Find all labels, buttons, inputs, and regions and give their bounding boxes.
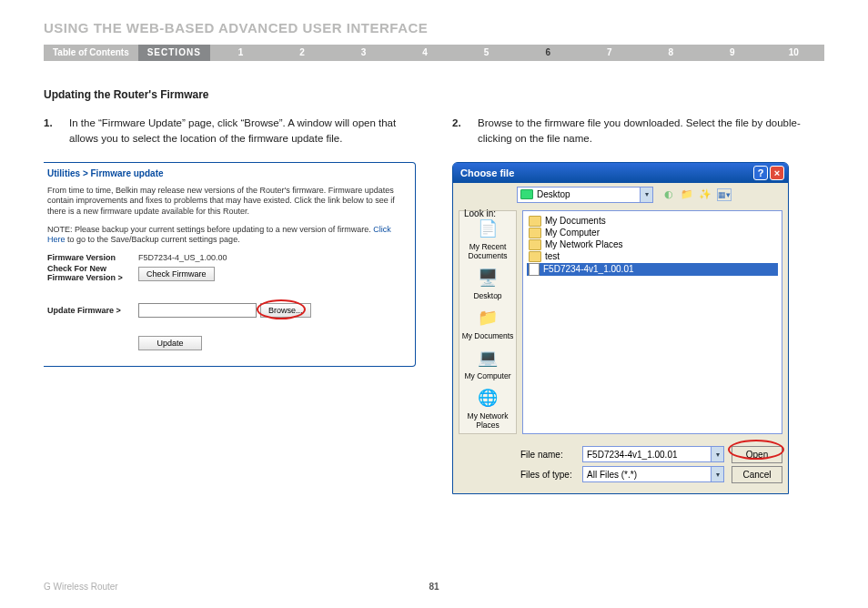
chevron-down-icon: ▾ (640, 187, 652, 202)
close-icon[interactable]: × (770, 166, 784, 180)
note-suffix: to go to the Save/Backup current setting… (66, 235, 240, 244)
section-link-6[interactable]: 6 (517, 45, 579, 61)
step-2: 2. Browse to the firmware file you downl… (452, 116, 824, 147)
open-button[interactable]: Open (732, 446, 782, 463)
subheading: Updating the Router's Firmware (44, 88, 416, 101)
chevron-down-icon: ▾ (711, 447, 723, 461)
fw-version-label: Firmware Version (47, 253, 138, 262)
footer-brand: G Wireless Router (44, 582, 118, 592)
place-network-label: My Network Places (460, 411, 515, 430)
dialog-titlebar[interactable]: Choose file ? × (453, 163, 788, 183)
section-nav: Table of Contents SECTIONS 1 2 3 4 5 6 7… (44, 45, 824, 61)
help-icon[interactable]: ? (753, 166, 768, 180)
documents-icon: 📁 (474, 306, 501, 329)
panel-description: From time to time, Belkin may release ne… (47, 186, 406, 218)
filetype-label: Files of type: (520, 470, 575, 480)
section-link-5[interactable]: 5 (456, 45, 518, 61)
place-computer-label: My Computer (460, 371, 515, 380)
panel-note: NOTE: Please backup your current setting… (47, 225, 406, 246)
firmware-update-panel: Utilities > Firmware update From time to… (44, 162, 416, 367)
computer-icon: 💻 (474, 346, 501, 370)
section-link-1[interactable]: 1 (210, 45, 272, 61)
file-name: My Network Places (545, 239, 623, 249)
folder-icon (529, 239, 541, 250)
lookin-dropdown[interactable]: Desktop ▾ (517, 187, 653, 203)
update-button[interactable]: Update (138, 336, 202, 350)
chevron-down-icon: ▾ (711, 467, 723, 481)
step-2-num: 2. (452, 116, 467, 147)
lookin-value: Desktop (537, 189, 570, 199)
place-desktop-label: Desktop (460, 291, 515, 300)
list-item-selected[interactable]: F5D7234-4v1_1.00.01 (527, 263, 778, 276)
note-prefix: NOTE: Please backup your current setting… (47, 225, 373, 234)
section-link-4[interactable]: 4 (394, 45, 456, 61)
step-1-num: 1. (44, 116, 58, 147)
cancel-button[interactable]: Cancel (732, 466, 782, 483)
filename-value: F5D7234-4v1_1.00.01 (587, 450, 678, 460)
section-link-3[interactable]: 3 (333, 45, 395, 61)
choose-file-dialog: Choose file ? × Look in: Desktop ▾ ◐ (452, 162, 789, 494)
list-item[interactable]: My Documents (527, 216, 778, 227)
update-fw-label: Update Firmware > (47, 306, 138, 315)
up-icon[interactable]: 📁 (681, 188, 693, 201)
place-documents-label: My Documents (460, 331, 515, 340)
browse-button[interactable]: Browse... (260, 303, 311, 318)
file-name: F5D7234-4v1_1.00.01 (543, 264, 634, 274)
place-recent[interactable]: 📄My Recent Documents (460, 215, 515, 260)
section-link-2[interactable]: 2 (271, 45, 333, 61)
desktop-icon (520, 189, 533, 199)
page-title: USING THE WEB-BASED ADVANCED USER INTERF… (0, 0, 868, 45)
filename-input[interactable]: F5D7234-4v1_1.00.01▾ (582, 446, 724, 462)
folder-icon (529, 216, 541, 227)
file-name: My Computer (545, 228, 600, 238)
place-computer[interactable]: 💻My Computer (460, 344, 515, 380)
filename-label: File name: (520, 450, 575, 460)
file-icon (529, 263, 540, 276)
firmware-file-input[interactable] (138, 303, 257, 318)
check-fw-label: Check For New Firmware Version > (47, 265, 138, 283)
step-2-text: Browse to the firmware file you download… (478, 116, 824, 147)
panel-breadcrumb: Utilities > Firmware update (47, 168, 406, 178)
toc-link[interactable]: Table of Contents (44, 45, 138, 61)
section-items: 1 2 3 4 5 6 7 8 9 10 (210, 45, 824, 61)
folder-icon (529, 228, 541, 238)
filetype-value: All Files (*.*) (587, 470, 637, 480)
list-item[interactable]: My Network Places (527, 239, 778, 250)
section-link-10[interactable]: 10 (762, 45, 824, 61)
desktop-place-icon: 🖥️ (474, 266, 501, 289)
section-link-7[interactable]: 7 (579, 45, 641, 61)
folder-icon (529, 251, 541, 262)
place-network[interactable]: 🌐My Network Places (460, 384, 515, 430)
file-name: test (545, 251, 560, 261)
section-link-9[interactable]: 9 (701, 45, 763, 61)
filetype-dropdown[interactable]: All Files (*.*)▾ (582, 466, 724, 482)
recent-icon: 📄 (474, 217, 501, 240)
place-desktop[interactable]: 🖥️Desktop (460, 264, 515, 300)
back-icon[interactable]: ◐ (662, 188, 675, 201)
new-folder-icon[interactable]: ✨ (699, 188, 712, 201)
lookin-label: Look in: (464, 208, 496, 218)
page-number: 81 (429, 582, 439, 592)
view-menu-icon[interactable]: ▦▾ (717, 188, 732, 201)
fw-version-value: F5D7234-4_US_1.00.00 (138, 253, 227, 262)
network-icon: 🌐 (474, 386, 501, 410)
sections-label: SECTIONS (138, 45, 210, 61)
file-list[interactable]: My Documents My Computer My Network Plac… (522, 210, 782, 434)
check-firmware-button[interactable]: Check Firmware (138, 267, 215, 281)
step-1: 1. In the “Firmware Update” page, click … (44, 116, 416, 147)
places-bar: 📄My Recent Documents 🖥️Desktop 📁My Docum… (459, 210, 517, 434)
page-footer: G Wireless Router 81 (0, 582, 868, 592)
place-documents[interactable]: 📁My Documents (460, 304, 515, 340)
step-1-text: In the “Firmware Update” page, click “Br… (69, 116, 416, 147)
file-name: My Documents (545, 216, 606, 226)
list-item[interactable]: My Computer (527, 228, 778, 238)
list-item[interactable]: test (527, 251, 778, 262)
section-link-8[interactable]: 8 (640, 45, 701, 61)
dialog-title: Choose file (460, 167, 514, 178)
place-recent-label: My Recent Documents (460, 242, 515, 260)
